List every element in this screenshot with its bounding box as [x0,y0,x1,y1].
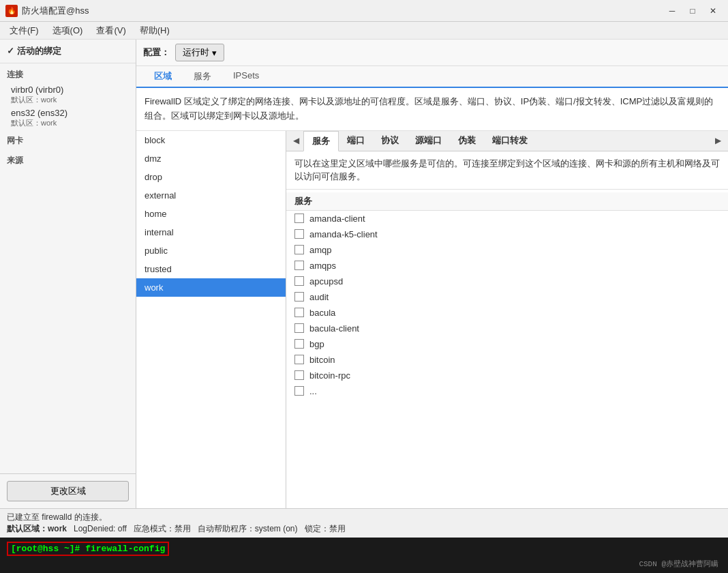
service-label: amqps [309,261,336,271]
change-zone-button[interactable]: 更改区域 [7,481,129,501]
menu-options[interactable]: 选项(O) [46,23,90,38]
sidebar-section-header: ✓ 活动的绑定 [0,40,136,63]
close-button[interactable]: ✕ [703,4,723,18]
zone-list: block dmz drop external home internal pu… [136,131,286,508]
sidebar-item-virbr0[interactable]: virbr0 (virbr0) 默认区：work [0,83,136,106]
service-label: apcupsd [309,276,343,286]
service-checkbox-bacula[interactable] [294,308,304,317]
zone-block[interactable]: block [136,131,286,149]
service-label: bgp [309,339,324,349]
list-item: bitcoin [286,352,728,368]
runtime-label: 运行时 [183,46,209,59]
list-item: amanda-client [286,211,728,226]
service-list-container: 服务 amanda-client amanda-k5-client amqp [286,190,728,508]
zone-dmz[interactable]: dmz [136,149,286,168]
sidebar-item-ens32-sub: 默认区：work [11,118,129,128]
toolbar: 配置： 运行时 ▾ [136,40,728,66]
minimize-button[interactable]: ─ [663,4,682,18]
list-item: apcupsd [286,274,728,289]
service-checkbox-audit[interactable] [294,292,304,302]
split-area: block dmz drop external home internal pu… [136,131,728,508]
service-label: amanda-k5-client [309,229,378,239]
zone-trusted[interactable]: trusted [136,260,286,278]
titlebar: 🔥 防火墙配置@hss ─ □ ✕ [0,0,728,22]
runtime-select[interactable]: 运行时 ▾ [175,44,224,61]
service-label: bacula-client [309,323,359,334]
content-area: 配置： 运行时 ▾ 区域 服务 IPSets FirewallD 区域定义了绑定… [136,40,728,508]
sidebar-group-connection: 连接 [0,63,136,83]
zone-work[interactable]: work [136,278,286,297]
list-item: amqps [286,258,728,274]
menu-help[interactable]: 帮助(H) [133,23,177,38]
service-tab-portfwd[interactable]: 端口转发 [484,131,536,150]
zone-external[interactable]: external [136,186,286,205]
main-window: ✓ 活动的绑定 连接 virbr0 (virbr0) 默认区：work ens3… [0,40,728,508]
right-panel: ◀ 服务 端口 协议 源端口 伪装 端口转发 ▶ 可以在这里定义区域中哪些服务是… [286,131,728,508]
service-tab-srcport[interactable]: 源端口 [407,131,450,150]
zone-description: FirewallD 区域定义了绑定的网络连接、网卡以及源地址的可信程度。区域是服… [136,88,728,131]
watermark-text: CSDN @赤壁战神曹阿瞒 [639,559,721,569]
menubar: 文件(F) 选项(O) 查看(V) 帮助(H) [0,22,728,40]
list-item: bgp [286,336,728,352]
service-label: amanda-client [309,214,365,224]
service-tab-protocol[interactable]: 协议 [373,131,407,150]
service-checkbox-amqps[interactable] [294,261,304,270]
service-label: bitcoin-rpc [309,370,350,381]
tab-service[interactable]: 服务 [183,66,222,88]
terminal: [root@hss ~]# firewall-config CSDN @赤壁战神… [0,538,728,573]
terminal-command: [root@hss ~]# firewall-config [7,542,169,556]
maximize-button[interactable]: □ [683,4,702,18]
sidebar-item-ens32[interactable]: ens32 (ens32) 默认区：work [0,106,136,130]
status-line: 默认区域：work LogDenied: off 应急模式：禁用 自动帮助程序：… [7,523,721,535]
service-checkbox-amqp[interactable] [294,245,304,254]
window-title: 防火墙配置@hss [22,5,663,17]
list-item: audit [286,289,728,305]
tab-prev-arrow[interactable]: ◀ [289,133,303,148]
zone-home[interactable]: home [136,205,286,223]
sidebar-button-area: 更改区域 [0,473,136,508]
statusbar: 已建立至 firewalld 的连接。 默认区域：work LogDenied:… [0,508,728,538]
sidebar-group-nic: 网卡 [0,130,136,149]
zone-public[interactable]: public [136,241,286,260]
service-checkbox-bitcoin-rpc[interactable] [294,370,304,380]
tab-zone[interactable]: 区域 [143,66,183,88]
service-checkbox-amanda-client[interactable] [294,214,304,223]
service-label: ... [309,386,317,396]
dropdown-arrow-icon: ▾ [212,48,217,58]
service-tab-port[interactable]: 端口 [339,131,373,150]
service-label: bacula [309,308,335,318]
main-tabs: 区域 服务 IPSets [136,66,728,88]
default-zone-label: 默认区域：work [7,524,67,533]
service-checkbox-apcupsd[interactable] [294,276,304,286]
service-tab-masquerade[interactable]: 伪装 [450,131,484,150]
zone-internal[interactable]: internal [136,223,286,241]
menu-view[interactable]: 查看(V) [89,23,132,38]
tab-next-arrow[interactable]: ▶ [711,133,725,148]
tab-ipsets[interactable]: IPSets [222,66,270,88]
sidebar: ✓ 活动的绑定 连接 virbr0 (virbr0) 默认区：work ens3… [0,40,136,508]
service-checkbox-bitcoin[interactable] [294,355,304,364]
sidebar-item-ens32-main: ens32 (ens32) [11,108,129,118]
terminal-line: [root@hss ~]# firewall-config [7,542,721,556]
service-list-header: 服务 [286,192,728,211]
list-item: amanda-k5-client [286,226,728,242]
menu-file[interactable]: 文件(F) [3,23,46,38]
list-item: amqp [286,242,728,258]
service-description: 可以在这里定义区域中哪些服务是可信的。可连接至绑定到这个区域的连接、网卡和源的所… [286,151,728,190]
config-label: 配置： [143,46,170,59]
service-label: amqp [309,245,332,255]
list-item: bacula-client [286,321,728,336]
app-icon: 🔥 [5,5,18,17]
service-checkbox-bgp[interactable] [294,339,304,349]
service-tab-service[interactable]: 服务 [303,131,339,151]
service-checkbox-bacula-client[interactable] [294,323,304,333]
service-label: bitcoin [309,355,335,365]
list-item: ... [286,383,728,399]
service-tabs: ◀ 服务 端口 协议 源端口 伪装 端口转发 ▶ [286,131,728,151]
service-checkbox-more[interactable] [294,386,304,396]
list-item: bitcoin-rpc [286,368,728,383]
sidebar-item-virbr0-sub: 默认区：work [11,95,129,105]
service-checkbox-amanda-k5-client[interactable] [294,229,304,239]
zone-drop[interactable]: drop [136,168,286,186]
terminal-prompt: [root@hss ~]# [11,544,85,554]
